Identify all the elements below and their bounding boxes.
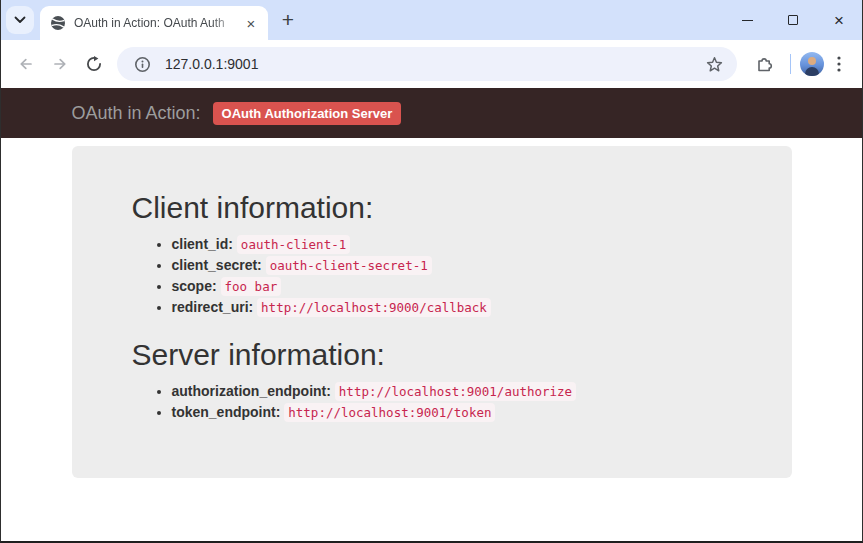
- new-tab-button[interactable]: +: [274, 6, 302, 34]
- list-item: client_secret: oauth-client-secret-1: [172, 255, 732, 276]
- browser-menu-button[interactable]: [824, 47, 854, 81]
- back-button[interactable]: [9, 47, 43, 81]
- tab-title: OAuth in Action: OAuth Auth: [74, 16, 242, 30]
- window-close-button[interactable]: ×: [816, 0, 862, 40]
- list-item: client_id: oauth-client-1: [172, 234, 732, 255]
- tab-search-button[interactable]: [6, 6, 34, 34]
- extensions-button[interactable]: [747, 47, 781, 81]
- chevron-down-icon: [14, 16, 26, 24]
- item-label: redirect_uri:: [172, 299, 254, 315]
- item-label: client_secret:: [172, 257, 262, 273]
- avatar-body: [805, 67, 819, 76]
- extensions-puzzle-icon: [756, 56, 773, 73]
- list-item: authorization_endpoint: http://localhost…: [172, 381, 732, 402]
- forward-arrow-icon: [52, 56, 68, 72]
- maximize-button[interactable]: [770, 0, 816, 40]
- item-value: http://localhost:9001/token: [284, 403, 495, 422]
- page-content: OAuth in Action: OAuth Authorization Ser…: [1, 88, 862, 541]
- item-value: http://localhost:9000/callback: [257, 298, 491, 317]
- item-value: foo bar: [221, 277, 282, 296]
- forward-button[interactable]: [43, 47, 77, 81]
- minimize-icon: [742, 20, 753, 21]
- site-navbar: OAuth in Action: OAuth Authorization Ser…: [1, 88, 862, 138]
- address-bar[interactable]: 127.0.0.1:9001: [117, 47, 737, 81]
- maximize-icon: [788, 15, 798, 25]
- browser-window: OAuth in Action: OAuth Auth × + ×: [0, 0, 863, 543]
- server-role-badge: OAuth Authorization Server: [213, 102, 402, 125]
- client-information-list: client_id: oauth-client-1 client_secret:…: [132, 234, 732, 318]
- item-value: oauth-client-1: [237, 235, 350, 254]
- window-controls: ×: [724, 0, 862, 40]
- list-item: token_endpoint: http://localhost:9001/to…: [172, 402, 732, 423]
- toolbar-divider: [790, 54, 791, 74]
- back-arrow-icon: [18, 56, 34, 72]
- list-item: redirect_uri: http://localhost:9000/call…: [172, 297, 732, 318]
- avatar-head: [808, 57, 816, 65]
- profile-avatar[interactable]: [800, 52, 824, 76]
- item-label: scope:: [172, 278, 217, 294]
- star-icon: [706, 56, 723, 73]
- browser-toolbar: 127.0.0.1:9001: [1, 40, 862, 88]
- list-item: scope: foo bar: [172, 276, 732, 297]
- window-close-icon: ×: [834, 12, 844, 29]
- browser-tab[interactable]: OAuth in Action: OAuth Auth ×: [40, 6, 268, 40]
- three-dots-icon: [837, 56, 841, 72]
- tab-strip: OAuth in Action: OAuth Auth × + ×: [1, 0, 862, 40]
- tab-close-icon[interactable]: ×: [242, 14, 260, 32]
- server-information-list: authorization_endpoint: http://localhost…: [132, 381, 732, 423]
- client-information-heading: Client information:: [132, 191, 732, 224]
- item-label: authorization_endpoint:: [172, 383, 331, 399]
- url-text: 127.0.0.1:9001: [165, 56, 701, 72]
- minimize-button[interactable]: [724, 0, 770, 40]
- refresh-icon: [86, 56, 102, 72]
- refresh-button[interactable]: [77, 47, 111, 81]
- bookmark-button[interactable]: [701, 51, 727, 77]
- globe-favicon-icon: [50, 15, 66, 31]
- server-information-heading: Server information:: [132, 338, 732, 371]
- item-label: token_endpoint:: [172, 404, 281, 420]
- item-label: client_id:: [172, 236, 233, 252]
- site-brand: OAuth in Action:: [72, 103, 201, 124]
- info-icon: [134, 56, 151, 73]
- item-value: http://localhost:9001/authorize: [335, 382, 576, 401]
- info-card: Client information: client_id: oauth-cli…: [72, 146, 792, 478]
- item-value: oauth-client-secret-1: [266, 256, 432, 275]
- site-info-button[interactable]: [129, 51, 155, 77]
